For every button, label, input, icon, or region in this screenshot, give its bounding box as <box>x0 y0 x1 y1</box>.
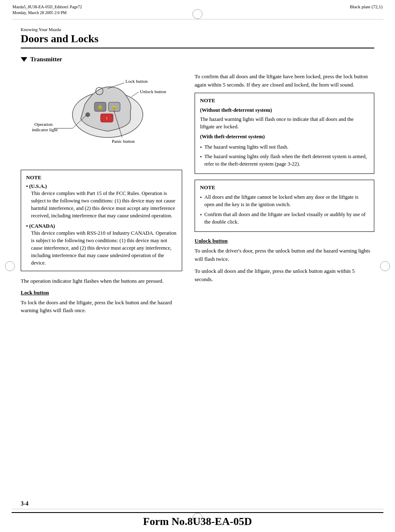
page-number: 3-4 <box>21 501 29 507</box>
note1-canada-text: This device complies with RSS-210 of Ind… <box>31 229 177 267</box>
top-divider <box>12 19 383 19</box>
note1-item-2: • (CANADA) This device complies with RSS… <box>26 223 177 267</box>
header-line2: Monday, March 28 2005 2:0 PM <box>12 10 82 16</box>
note1-usa-heading: • (U.S.A.) <box>26 183 177 190</box>
two-column-layout: Transmitter <box>21 56 374 319</box>
left-column: Transmitter <box>21 56 182 319</box>
svg-text:Panic button: Panic button <box>112 139 135 144</box>
section-divider <box>21 48 374 48</box>
bottom-divider <box>12 509 383 509</box>
lock-button-text: To lock the doors and the liftgate, pres… <box>21 298 182 315</box>
svg-text:Operation: Operation <box>34 122 53 127</box>
note2-with-heading: (With theft-deterrent system) <box>200 133 369 140</box>
unlock-button-text2: To unlock all doors and the liftgate, pr… <box>195 267 374 283</box>
note2-item-1: • The hazard warning lights will not fla… <box>200 143 369 151</box>
note-box-1: NOTE • (U.S.A.) This device complies wit… <box>21 170 182 271</box>
svg-text:indicator light: indicator light <box>32 127 58 132</box>
svg-text:Lock button: Lock button <box>125 79 148 84</box>
note1-canada-heading: • (CANADA) <box>26 223 177 229</box>
page: Mazda5_8U38-EA-05D_Edition1 Page72 Monda… <box>0 0 395 532</box>
transmitter-diagram: 🔒 🔓 ! Lock button <box>31 67 172 162</box>
right-column: To confirm that all doors and the liftga… <box>195 56 374 319</box>
svg-text:🔒: 🔒 <box>97 104 103 110</box>
bullet-dot-1: • <box>200 144 202 151</box>
subsection-title: Transmitter <box>21 56 182 63</box>
note-title-1: NOTE <box>26 174 177 181</box>
svg-text:🔓: 🔓 <box>111 104 117 110</box>
operation-light-text: The operation indicator light flashes wh… <box>21 277 182 285</box>
header-left: Mazda5_8U38-EA-05D_Edition1 Page72 Monda… <box>12 4 82 16</box>
section-label: Knowing Your Mazda <box>21 27 374 32</box>
note3-item-2: • Confirm that all doors and the liftgat… <box>200 211 369 226</box>
form-footer: Form No.8U38-EA-05D <box>12 512 383 528</box>
bullet-dot-3: • <box>200 194 202 201</box>
note-box-2: NOTE (Without theft-deterrent system) Th… <box>195 93 374 174</box>
svg-text:!: ! <box>106 116 108 120</box>
main-content: Knowing Your Mazda Doors and Locks Trans… <box>0 27 395 319</box>
form-number: Form No.8U38-EA-05D <box>143 515 252 527</box>
reg-mark-top <box>193 9 202 19</box>
triangle-icon <box>21 57 27 62</box>
bullet-dot-4: • <box>200 211 202 219</box>
note-box-3: NOTE • All doors and the liftgate cannot… <box>195 180 374 232</box>
bullet-dot-2: • <box>200 153 202 161</box>
svg-point-8 <box>86 113 90 117</box>
reg-mark-left <box>5 261 15 271</box>
reg-mark-right <box>380 261 390 271</box>
note-title-3: NOTE <box>200 184 369 191</box>
section-title: Doors and Locks <box>21 33 374 45</box>
header-line1: Mazda5_8U38-EA-05D_Edition1 Page72 <box>12 4 82 10</box>
note3-item-1: • All doors and the liftgate cannot be l… <box>200 193 369 208</box>
svg-text:Unlock button: Unlock button <box>140 89 166 94</box>
unlock-button-text1: To unlock the driver's door, press the u… <box>195 247 374 263</box>
unlock-button-heading: Unlock button <box>195 238 374 244</box>
note2-without-heading: (Without theft-deterrent system) <box>200 106 369 114</box>
note2-without-text: The hazard warning lights will flash onc… <box>200 116 369 130</box>
transmitter-svg: 🔒 🔓 ! Lock button <box>31 67 172 162</box>
lock-button-heading: Lock button <box>21 289 182 296</box>
right-col-intro: To confirm that all doors and the liftga… <box>195 72 374 89</box>
note2-item-2: • The hazard warning lights only flash w… <box>200 153 369 168</box>
note1-usa-text: This device complies with Part 15 of the… <box>31 190 177 220</box>
note-title-2: NOTE <box>200 97 369 104</box>
note1-item-1: • (U.S.A.) This device complies with Par… <box>26 183 177 220</box>
subsection-title-text: Transmitter <box>30 56 62 63</box>
svg-line-11 <box>131 92 139 97</box>
header-right: Black plate (72,1) <box>350 4 383 9</box>
